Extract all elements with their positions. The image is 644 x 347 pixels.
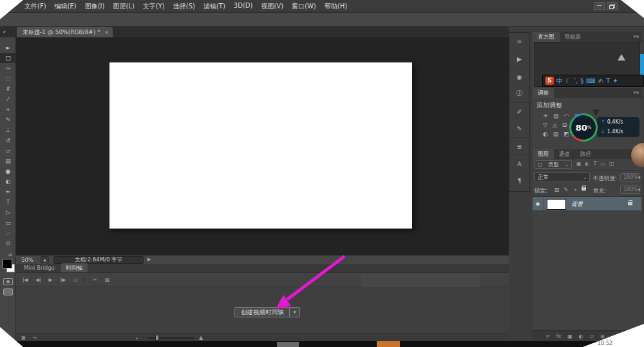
tab-histogram[interactable]: 直方图: [533, 32, 560, 42]
type-tool[interactable]: T: [0, 197, 16, 207]
tab-layers[interactable]: 图层: [533, 149, 554, 159]
lasso-tool[interactable]: ∾: [0, 63, 16, 73]
adj-threshold-icon[interactable]: ◩: [564, 131, 569, 137]
lock-all-icon[interactable]: [582, 187, 586, 191]
panel-menu-icon[interactable]: ▾≡: [634, 34, 639, 39]
foreground-color-swatch[interactable]: [3, 259, 12, 268]
skin-icon[interactable]: T: [606, 75, 610, 87]
document-canvas[interactable]: [109, 62, 412, 229]
status-expand-icon[interactable]: ▶: [147, 257, 151, 262]
frame-rate-icon[interactable]: ▦: [21, 335, 26, 341]
status-icon[interactable]: ●: [41, 256, 49, 263]
zoom-in-icon[interactable]: ▲: [199, 335, 203, 341]
menu-help[interactable]: 帮助(H): [325, 2, 347, 11]
fill-input[interactable]: 100% ▾: [620, 185, 639, 194]
adj-brightness-contrast-icon[interactable]: ☀: [543, 113, 548, 119]
tab-adjustments[interactable]: 调整: [533, 88, 554, 98]
menu-file[interactable]: 文件(F): [24, 2, 46, 11]
gradient-tool[interactable]: ▤: [0, 156, 16, 166]
layer-filter-select[interactable]: ○ 类型 ⌄: [535, 160, 572, 169]
canvas-area[interactable]: [16, 37, 509, 255]
taskbar-item-active[interactable]: [377, 341, 400, 347]
zoom-slider-handle[interactable]: [155, 335, 159, 341]
history-panel-icon[interactable]: ≡: [509, 33, 529, 50]
minimize-button[interactable]: —: [594, 2, 605, 10]
quick-mask-icon[interactable]: [3, 278, 13, 285]
menu-edit[interactable]: 编辑(E): [55, 2, 77, 11]
close-icon[interactable]: ×: [104, 29, 109, 35]
adj-vibrance-icon[interactable]: ▽: [543, 122, 547, 128]
chinese-mode-icon[interactable]: 中: [556, 75, 563, 87]
visibility-eye-icon[interactable]: ◉: [533, 197, 544, 211]
menu-view[interactable]: 视图(V): [261, 2, 283, 11]
layer-effects-icon[interactable]: fx: [556, 333, 562, 339]
play-button[interactable]: ▶: [49, 277, 53, 283]
info-panel-icon[interactable]: ⓘ: [509, 85, 529, 102]
screen-mode-icon[interactable]: [3, 288, 13, 295]
menu-layer[interactable]: 图层(L): [113, 2, 134, 11]
taskbar-item[interactable]: [277, 342, 299, 347]
mute-button[interactable]: ◁: [73, 277, 77, 283]
zoom-tool[interactable]: ⊙: [0, 238, 16, 249]
add-layer-mask-icon[interactable]: ▣: [567, 333, 573, 339]
zoom-level-field[interactable]: 50%: [21, 257, 33, 263]
restore-button[interactable]: [607, 2, 618, 10]
layer-thumbnail[interactable]: [547, 199, 566, 210]
brush-presets-panel-icon[interactable]: ✎: [509, 120, 529, 137]
adj-invert-icon[interactable]: ◐: [543, 131, 548, 137]
filter-pixel-layers-icon[interactable]: ▣: [576, 161, 582, 167]
eyedropper-tool[interactable]: ⁄: [0, 94, 16, 104]
healing-brush-tool[interactable]: +: [0, 104, 16, 115]
histogram-alert-icon[interactable]: [618, 54, 625, 61]
tab-paths[interactable]: 路径: [575, 149, 596, 159]
adj-color-balance-icon[interactable]: ⊟: [562, 122, 567, 128]
first-frame-button[interactable]: |◀: [23, 277, 28, 283]
tool-presets-panel-icon[interactable]: ✐: [509, 102, 529, 120]
actions-panel-icon[interactable]: ▶: [509, 50, 529, 68]
shortcut-icon[interactable]: ↪: [33, 335, 37, 341]
dodge-tool[interactable]: ◐: [0, 176, 16, 187]
adj-posterize-icon[interactable]: ▤: [553, 131, 559, 137]
tab-timeline[interactable]: 时间轴: [61, 263, 88, 272]
shape-tool[interactable]: ▭: [0, 218, 16, 228]
layer-comps-panel-icon[interactable]: ≣: [509, 137, 529, 155]
new-group-icon[interactable]: ▱: [590, 333, 594, 339]
menu-select[interactable]: 选择(S): [173, 2, 195, 11]
paragraph-panel-icon[interactable]: ¶: [509, 172, 529, 189]
adj-hue-saturation-icon[interactable]: ◬: [553, 122, 557, 128]
menu-filter[interactable]: 滤镜(T): [204, 2, 225, 11]
zoom-out-icon[interactable]: ▴: [136, 335, 138, 340]
new-adjustment-layer-icon[interactable]: ◐: [579, 333, 583, 339]
timeline-zoom-slider[interactable]: [147, 337, 194, 339]
document-tab[interactable]: 未标题-1 @ 50%(RGB/8#) * ×: [17, 27, 113, 37]
net-speed-pill[interactable]: ↑ 0.4K/s ↓ 1.4K/s: [597, 117, 639, 137]
clone-stamp-tool[interactable]: ⊥: [0, 125, 16, 135]
tab-channels[interactable]: 通道: [554, 149, 575, 159]
adj-curves-icon[interactable]: ◠: [564, 113, 569, 119]
history-brush-tool[interactable]: ↺: [0, 135, 16, 145]
hand-tool[interactable]: ☞: [0, 228, 16, 238]
lock-transparency-icon[interactable]: ▨: [554, 187, 560, 192]
filter-type-layers-icon[interactable]: T: [594, 161, 597, 167]
soft-keyboard-icon[interactable]: ⌨: [586, 75, 595, 87]
swap-colors-icon[interactable]: ⇄: [8, 252, 12, 258]
filter-smart-objects-icon[interactable]: ◫: [609, 161, 614, 167]
mic-icon[interactable]: §: [580, 75, 583, 87]
prev-frame-button[interactable]: ◀|: [35, 277, 41, 283]
tab-navigator[interactable]: 导航器: [560, 32, 587, 42]
tab-overflow-icon[interactable]: »: [3, 28, 6, 35]
brush-tool[interactable]: ✎: [0, 115, 16, 125]
path-selection-tool[interactable]: ▷: [0, 207, 16, 218]
clone-source-panel-icon[interactable]: ◉: [509, 68, 529, 85]
crop-tool[interactable]: #: [0, 84, 16, 94]
net-speed-ball[interactable]: 80%: [569, 113, 598, 142]
filter-adjustment-layers-icon[interactable]: ◐: [585, 161, 590, 167]
move-tool[interactable]: ►: [0, 42, 16, 53]
menu-image[interactable]: 图像(I): [85, 2, 105, 11]
rectangular-marquee-tool[interactable]: ▢: [0, 53, 16, 63]
halfwidth-moon-icon[interactable]: ☾: [565, 75, 571, 87]
blend-mode-select[interactable]: 正常 ⌄: [535, 173, 590, 182]
handwriting-icon[interactable]: ✍: [598, 75, 603, 87]
sogou-logo[interactable]: S: [545, 77, 554, 85]
lock-pixels-icon[interactable]: ✎: [564, 187, 569, 192]
